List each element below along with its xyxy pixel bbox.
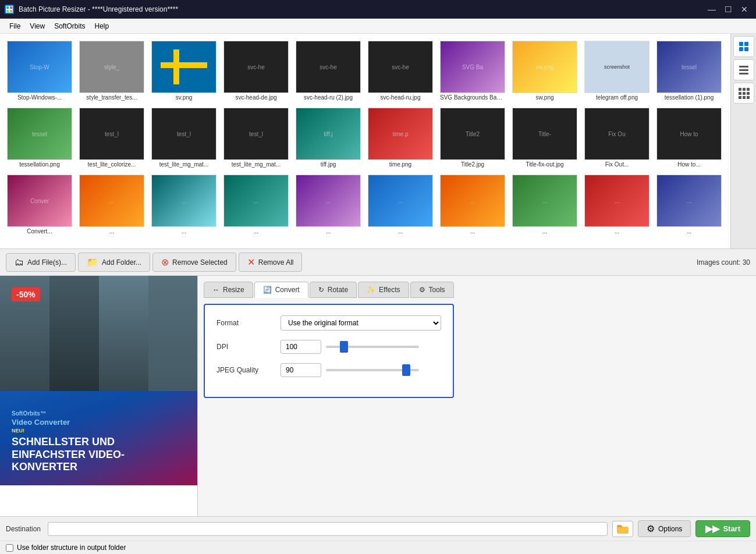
thumb-label-1: style_transfer_tes... bbox=[86, 94, 137, 101]
thumb-image-27: ... bbox=[512, 175, 577, 227]
thumb-label-6: SVG Backgrounds Background coll... bbox=[440, 94, 505, 101]
gallery-item-19[interactable]: How toHow to... bbox=[654, 105, 724, 170]
settings-panel: ↔ Resize 🔄 Convert ↻ Rotate ✨ Effects ⚙ bbox=[198, 276, 756, 516]
thumb-image-14: tiff.j bbox=[296, 108, 361, 160]
gallery-item-7[interactable]: sw.pngsw.png bbox=[510, 38, 580, 103]
gallery-item-3[interactable]: svc-hesvc-head-de.jpg bbox=[221, 38, 291, 103]
list-view-btn[interactable] bbox=[733, 59, 754, 80]
gallery-scroll[interactable]: Stop-WStop-Windows-...style_style_transf… bbox=[0, 34, 730, 248]
svg-rect-14 bbox=[747, 88, 750, 91]
bottom-bar: Destination ⚙ Options ▶▶ Start bbox=[0, 516, 756, 541]
remove-selected-icon: ⊗ bbox=[161, 257, 169, 268]
destination-input[interactable] bbox=[48, 522, 608, 536]
menu-softorbits[interactable]: SoftOrbits bbox=[49, 21, 90, 31]
thumb-image-29: ... bbox=[656, 175, 722, 227]
tab-rotate[interactable]: ↻ Rotate bbox=[310, 282, 357, 298]
gallery-item-0[interactable]: Stop-WStop-Windows-... bbox=[5, 38, 74, 103]
maximize-button[interactable]: ☐ bbox=[721, 2, 735, 16]
thumb-label-12: test_lite_mg_mat... bbox=[159, 161, 208, 168]
menu-view[interactable]: View bbox=[25, 21, 49, 31]
thumb-image-22: ... bbox=[151, 175, 216, 227]
gallery-item-15[interactable]: time.ptime.png bbox=[365, 105, 435, 170]
gallery-item-23[interactable]: ...... bbox=[221, 172, 291, 237]
thumb-image-21: ... bbox=[79, 175, 144, 227]
options-button[interactable]: ⚙ Options bbox=[638, 520, 691, 537]
convert-settings-box: Format Use the original format JPEG PNG … bbox=[204, 304, 454, 398]
gallery-item-12[interactable]: test_ltest_lite_mg_mat... bbox=[149, 105, 219, 170]
tab-tools[interactable]: ⚙ Tools bbox=[410, 282, 454, 298]
gallery-item-26[interactable]: ...... bbox=[438, 172, 507, 237]
dpi-input[interactable] bbox=[281, 340, 321, 354]
svg-rect-8 bbox=[744, 47, 748, 51]
tab-effects[interactable]: ✨ Effects bbox=[358, 282, 409, 298]
remove-all-button[interactable]: ✕ Remove All bbox=[239, 253, 303, 272]
remove-selected-button[interactable]: ⊗ Remove Selected bbox=[152, 253, 236, 272]
thumb-label-11: test_lite_colorize... bbox=[88, 161, 136, 168]
jpeg-quality-input[interactable] bbox=[281, 363, 321, 377]
gallery-item-10[interactable]: tesseltessellation.png bbox=[5, 105, 74, 170]
close-button[interactable]: ✕ bbox=[737, 2, 751, 16]
menu-help[interactable]: Help bbox=[90, 21, 114, 31]
gallery-item-29[interactable]: ...... bbox=[654, 172, 724, 237]
thumb-image-23: ... bbox=[223, 175, 289, 227]
thumb-label-18: Fix Out... bbox=[605, 161, 629, 168]
dpi-slider[interactable] bbox=[326, 346, 419, 348]
thumb-image-6: SVG Ba bbox=[440, 41, 505, 93]
gallery-item-2[interactable]: sv.png bbox=[149, 38, 219, 103]
thumb-image-8: screenshot bbox=[584, 41, 649, 93]
gallery-item-5[interactable]: svc-hesvc-head-ru.jpg bbox=[365, 38, 435, 103]
svg-rect-7 bbox=[739, 47, 743, 51]
images-count: Images count: 30 bbox=[697, 258, 750, 267]
gallery-item-20[interactable]: ConverConvert... bbox=[5, 172, 74, 237]
gallery-item-14[interactable]: tiff.jtiff.jpg bbox=[293, 105, 363, 170]
add-folder-icon: 📁 bbox=[87, 257, 98, 268]
gallery-item-4[interactable]: svc-hesvc-head-ru (2).jpg bbox=[293, 38, 363, 103]
svg-rect-2 bbox=[10, 6, 12, 9]
toolbar: 🗂 Add File(s)... 📁 Add Folder... ⊗ Remov… bbox=[0, 249, 756, 276]
gallery-item-1[interactable]: style_style_transfer_tes... bbox=[77, 38, 147, 103]
add-folder-button[interactable]: 📁 Add Folder... bbox=[78, 253, 150, 272]
add-icon-btn[interactable] bbox=[733, 36, 754, 57]
titlebar-left: Batch Picture Resizer - ****Unregistered… bbox=[5, 5, 178, 14]
menu-file[interactable]: File bbox=[5, 21, 25, 31]
gallery-item-21[interactable]: ...... bbox=[77, 172, 147, 237]
gallery-item-22[interactable]: ...... bbox=[149, 172, 219, 237]
gallery-item-9[interactable]: tesseltessellation (1).png bbox=[654, 38, 724, 103]
gallery-item-27[interactable]: ...... bbox=[510, 172, 580, 237]
thumb-image-3: svc-he bbox=[223, 41, 289, 93]
folder-structure-label[interactable]: Use folder structure in output folder bbox=[6, 544, 750, 552]
format-row: Format Use the original format JPEG PNG … bbox=[216, 315, 441, 331]
grid-view-btn[interactable] bbox=[733, 83, 754, 104]
gallery-area: Stop-WStop-Windows-...style_style_transf… bbox=[0, 34, 756, 249]
gallery-item-25[interactable]: ...... bbox=[365, 172, 435, 237]
minimize-button[interactable]: — bbox=[705, 2, 719, 16]
tab-convert[interactable]: 🔄 Convert bbox=[254, 282, 308, 298]
tools-icon: ⚙ bbox=[419, 286, 425, 294]
gallery-item-16[interactable]: Title2Title2.jpg bbox=[438, 105, 507, 170]
gallery-item-18[interactable]: Fix OuFix Out... bbox=[582, 105, 652, 170]
thumb-label-22: ... bbox=[182, 228, 186, 235]
start-button[interactable]: ▶▶ Start bbox=[695, 520, 750, 537]
format-control: Use the original format JPEG PNG BMP TIF… bbox=[281, 315, 441, 331]
format-select[interactable]: Use the original format JPEG PNG BMP TIF… bbox=[281, 315, 441, 331]
gallery-item-28[interactable]: ...... bbox=[582, 172, 652, 237]
gallery-item-17[interactable]: Title-Title-fix-out.jpg bbox=[510, 105, 580, 170]
destination-folder-button[interactable] bbox=[612, 521, 633, 537]
jpeg-quality-slider[interactable] bbox=[326, 369, 419, 371]
gallery-item-11[interactable]: test_ltest_lite_colorize... bbox=[77, 105, 147, 170]
thumb-label-20: Convert... bbox=[27, 228, 52, 235]
tab-tools-label: Tools bbox=[429, 286, 445, 294]
preview-text: SoftOrbits™ Video Converter NEU! SCHNELL… bbox=[12, 410, 186, 474]
add-files-button[interactable]: 🗂 Add File(s)... bbox=[6, 253, 76, 272]
tab-resize[interactable]: ↔ Resize bbox=[204, 282, 253, 298]
svg-rect-15 bbox=[739, 92, 741, 95]
gallery-item-6[interactable]: SVG BaSVG Backgrounds Background coll... bbox=[438, 38, 507, 103]
gallery-item-24[interactable]: ...... bbox=[293, 172, 363, 237]
gallery-item-8[interactable]: screenshottelegram off.png bbox=[582, 38, 652, 103]
jpeg-quality-row: JPEG Quality bbox=[216, 363, 441, 377]
thumb-label-24: ... bbox=[326, 228, 331, 235]
gallery-item-13[interactable]: test_ltest_lite_mg_mat... bbox=[221, 105, 291, 170]
svg-rect-5 bbox=[739, 42, 743, 46]
preview-image: -50% SoftOrbits™ Video Converter NEU! SC… bbox=[0, 276, 198, 485]
folder-structure-checkbox[interactable] bbox=[6, 544, 13, 552]
